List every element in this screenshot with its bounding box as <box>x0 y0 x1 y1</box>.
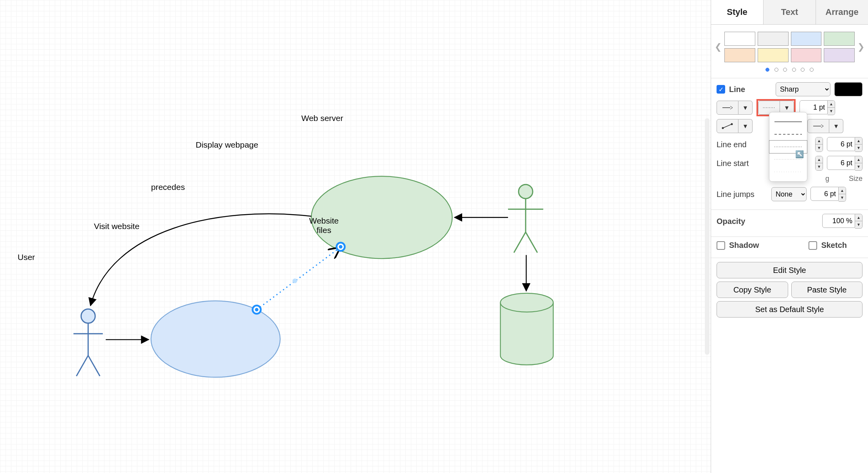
line-end-spacing-down[interactable]: ▼ <box>816 144 823 152</box>
edge-precedes-selected[interactable] <box>257 248 340 310</box>
svg-point-1 <box>81 309 95 323</box>
line-style-select[interactable]: Sharp <box>776 82 830 96</box>
line-end-size-down[interactable]: ▼ <box>855 144 862 152</box>
dash-option-dashed[interactable] <box>769 128 807 141</box>
svg-point-11 <box>255 308 258 311</box>
actor-webserver[interactable] <box>508 184 543 253</box>
swatch-dot-2[interactable] <box>774 68 778 72</box>
actor-user[interactable] <box>74 309 103 376</box>
diagram-svg <box>0 0 711 473</box>
svg-line-5 <box>88 356 100 376</box>
tab-text[interactable]: Text <box>764 0 816 24</box>
dash-option-solid[interactable] <box>769 116 807 128</box>
opacity-up[interactable]: ▲ <box>855 214 862 221</box>
line-start-spacing-down[interactable]: ▼ <box>816 163 823 170</box>
swatch-prev[interactable]: ❮ <box>714 42 722 52</box>
line-label: Line <box>729 85 745 94</box>
opacity-label: Opacity <box>717 217 745 226</box>
svg-point-17 <box>731 123 733 125</box>
line-width-up[interactable]: ▲ <box>828 101 835 108</box>
swatch-dot-5[interactable] <box>801 68 805 72</box>
arrow-end-dropdown[interactable]: ▾ <box>807 119 843 133</box>
sketch-checkbox[interactable] <box>809 241 817 250</box>
waypoint-style-dropdown[interactable]: ▾ <box>717 119 753 133</box>
swatch-green[interactable] <box>824 32 855 46</box>
line-start-size-down[interactable]: ▼ <box>855 163 862 170</box>
svg-line-9 <box>514 232 526 253</box>
line-start-label: Line start <box>717 159 767 168</box>
swatch-grey[interactable] <box>758 32 789 46</box>
swatch-grid <box>724 32 855 62</box>
actor-webserver-label: Web server <box>301 114 343 123</box>
svg-point-12 <box>339 245 342 249</box>
swatch-white[interactable] <box>724 32 755 46</box>
cursor-icon: ↖️ <box>795 150 804 159</box>
shadow-label: Shadow <box>729 241 759 250</box>
line-dash-popup: ↖️ <box>769 112 807 182</box>
line-jumps-up[interactable]: ▲ <box>839 187 846 194</box>
opacity-input[interactable] <box>822 214 855 228</box>
format-panel: Style Text Arrange ❮ ❯ ✓ Line Sharp <box>711 0 868 473</box>
sketch-label: Sketch <box>821 241 847 250</box>
usecase-display-label: Display webpage <box>196 140 258 150</box>
line-jumps-select[interactable]: None <box>771 187 807 201</box>
line-end-size-input[interactable] <box>827 137 855 151</box>
swatch-next[interactable]: ❯ <box>857 42 865 52</box>
line-width-down[interactable]: ▼ <box>828 108 835 115</box>
svg-line-4 <box>76 356 88 376</box>
tab-style[interactable]: Style <box>711 0 764 24</box>
line-end-size-up[interactable]: ▲ <box>855 137 862 144</box>
svg-point-16 <box>722 127 724 129</box>
swatch-dot-6[interactable] <box>810 68 814 72</box>
actor-user-label: User <box>18 253 35 262</box>
edge-handle-mid[interactable] <box>292 278 297 283</box>
swatch-orange[interactable] <box>724 48 755 62</box>
size-col-label: Size <box>849 175 863 183</box>
swatch-purple[interactable] <box>824 48 855 62</box>
line-start-size-up[interactable]: ▲ <box>855 156 862 163</box>
swatch-dot-3[interactable] <box>783 68 787 72</box>
shadow-checkbox[interactable] <box>717 241 725 250</box>
svg-line-15 <box>723 124 732 128</box>
svg-point-0 <box>501 293 553 312</box>
edit-style-button[interactable]: Edit Style <box>717 262 863 278</box>
spacing-col-tail: g <box>825 175 829 183</box>
swatch-yellow[interactable] <box>758 48 789 62</box>
line-jumps-label: Line jumps <box>717 190 767 199</box>
datastore-files-label: Website files <box>309 216 339 235</box>
dash-option-sparse[interactable] <box>769 166 807 178</box>
swatch-page-dots <box>711 66 868 78</box>
canvas-scrollbar[interactable] <box>705 118 710 355</box>
line-jumps-size-input[interactable] <box>810 187 839 201</box>
opacity-down[interactable]: ▼ <box>855 221 862 228</box>
line-color-button[interactable] <box>834 82 863 96</box>
diagram-canvas[interactable]: User Web server Visit website Display we… <box>0 0 711 473</box>
line-end-label: Line end <box>717 140 767 149</box>
line-checkbox[interactable]: ✓ <box>717 85 725 94</box>
paste-style-button[interactable]: Paste Style <box>791 282 863 298</box>
swatch-blue[interactable] <box>791 32 822 46</box>
swatch-dot-1[interactable] <box>765 68 769 72</box>
set-default-style-button[interactable]: Set as Default Style <box>717 301 863 318</box>
copy-style-button[interactable]: Copy Style <box>717 282 788 298</box>
line-start-spacing-up[interactable]: ▲ <box>816 156 823 163</box>
tab-arrange[interactable]: Arrange <box>816 0 868 24</box>
swatch-dot-4[interactable] <box>792 68 796 72</box>
panel-tabs: Style Text Arrange <box>711 0 868 25</box>
edge-precedes-label[interactable]: precedes <box>151 182 185 192</box>
svg-line-10 <box>526 232 537 253</box>
usecase-visit-label: Visit website <box>94 222 139 231</box>
line-start-size-input[interactable] <box>827 156 855 170</box>
connection-style-dropdown[interactable]: ▾ <box>717 101 753 115</box>
datastore-files[interactable] <box>501 293 553 365</box>
line-jumps-down[interactable]: ▼ <box>839 194 846 201</box>
swatch-red[interactable] <box>791 48 822 62</box>
svg-point-6 <box>519 184 533 199</box>
line-end-spacing-up[interactable]: ▲ <box>816 137 823 144</box>
